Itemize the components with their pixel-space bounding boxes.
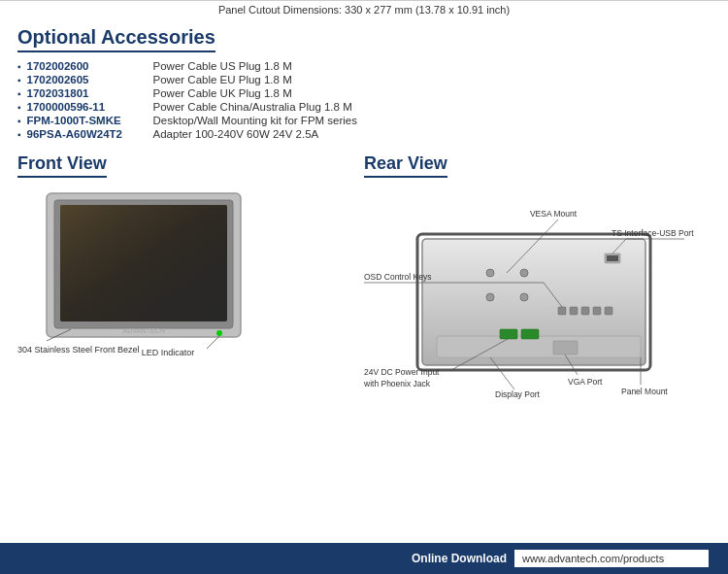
svg-rect-3 [60, 205, 227, 321]
svg-rect-21 [605, 307, 612, 315]
rear-view-title: Rear View [364, 153, 447, 178]
led-label: LED Indicator [142, 348, 195, 357]
front-view-svg: ADVANTECH LED Indicator 304 Stainless St… [17, 186, 289, 370]
front-diagram: ADVANTECH LED Indicator 304 Stainless St… [17, 186, 364, 380]
rear-view-svg: VESA Mount OSD Control Keys TS Interface… [364, 186, 694, 399]
display-port-label: Display Port [495, 389, 540, 399]
list-item: 96PSA-A60W24T2 Adapter 100-240V 60W 24V … [17, 128, 711, 140]
svg-rect-16 [521, 329, 539, 339]
svg-rect-15 [500, 329, 517, 339]
part-desc: Power Cable China/Australia Plug 1.8 M [153, 101, 352, 113]
part-number: 1702002600 [27, 60, 153, 72]
svg-point-10 [486, 269, 494, 277]
part-number: 96PSA-A60W24T2 [27, 128, 153, 140]
osd-label: OSD Control Keys [364, 272, 431, 282]
rear-diagram: VESA Mount OSD Control Keys TS Interface… [364, 186, 711, 380]
svg-line-6 [207, 336, 219, 349]
svg-point-11 [520, 269, 528, 277]
phoenix-jack-label: with Phoenix Jack [364, 379, 431, 388]
power-input-label: 24V DC Power Input [364, 367, 440, 377]
list-item: 1702002605 Power Cable EU Plug 1.8 M [17, 74, 711, 85]
svg-rect-24 [553, 341, 578, 355]
panel-mount-label: Panel Mount [621, 387, 668, 396]
optional-accessories-section: Optional Accessories 1702002600 Power Ca… [17, 26, 711, 140]
svg-text:ADVANTECH: ADVANTECH [122, 327, 164, 334]
panel-dimensions-text: Panel Cutout Dimensions: 330 x 277 mm (1… [218, 4, 510, 16]
footer-label: Online Download [412, 552, 507, 565]
bezel-label: 304 Stainless Steel Front Bezel [17, 345, 140, 355]
svg-rect-23 [607, 255, 618, 261]
svg-point-12 [486, 293, 494, 301]
ts-interface-label: TS Interface-USB Port [612, 228, 694, 238]
part-desc: Power Cable EU Plug 1.8 M [153, 74, 292, 85]
part-number: FPM-1000T-SMKE [27, 115, 153, 126]
svg-rect-20 [593, 307, 601, 315]
vga-label: VGA Port [568, 377, 603, 387]
list-item: FPM-1000T-SMKE Desktop/Wall Mounting kit… [17, 115, 711, 126]
part-desc: Desktop/Wall Mounting kit for FPM series [153, 115, 357, 126]
svg-point-5 [216, 330, 222, 336]
main-content: Optional Accessories 1702002600 Power Ca… [0, 18, 728, 380]
footer: Online Download www.advantech.com/produc… [0, 543, 728, 574]
list-item: 1702002600 Power Cable US Plug 1.8 M [17, 60, 711, 72]
accessories-list: 1702002600 Power Cable US Plug 1.8 M 170… [17, 60, 711, 140]
footer-url: www.advantech.com/products [514, 550, 709, 567]
part-desc: Power Cable UK Plug 1.8 M [153, 87, 292, 99]
front-view-title: Front View [17, 153, 107, 178]
optional-accessories-title: Optional Accessories [17, 26, 215, 52]
top-banner: Panel Cutout Dimensions: 330 x 277 mm (1… [0, 0, 728, 18]
svg-point-13 [520, 293, 528, 301]
vesa-label: VESA Mount [530, 209, 578, 219]
front-view-section: Front View [17, 153, 364, 380]
part-number: 1702031801 [27, 87, 153, 99]
list-item: 1702031801 Power Cable UK Plug 1.8 M [17, 87, 711, 99]
rear-view-section: Rear View [364, 153, 711, 380]
svg-rect-19 [581, 307, 589, 315]
svg-rect-17 [558, 307, 566, 315]
views-container: Front View [17, 153, 711, 380]
svg-rect-18 [570, 307, 578, 315]
part-desc: Adapter 100-240V 60W 24V 2.5A [153, 128, 319, 140]
part-number: 1700000596-11 [27, 101, 153, 113]
part-desc: Power Cable US Plug 1.8 M [153, 60, 292, 72]
part-number: 1702002605 [27, 74, 153, 85]
list-item: 1700000596-11 Power Cable China/Australi… [17, 101, 711, 113]
svg-rect-14 [437, 336, 641, 357]
